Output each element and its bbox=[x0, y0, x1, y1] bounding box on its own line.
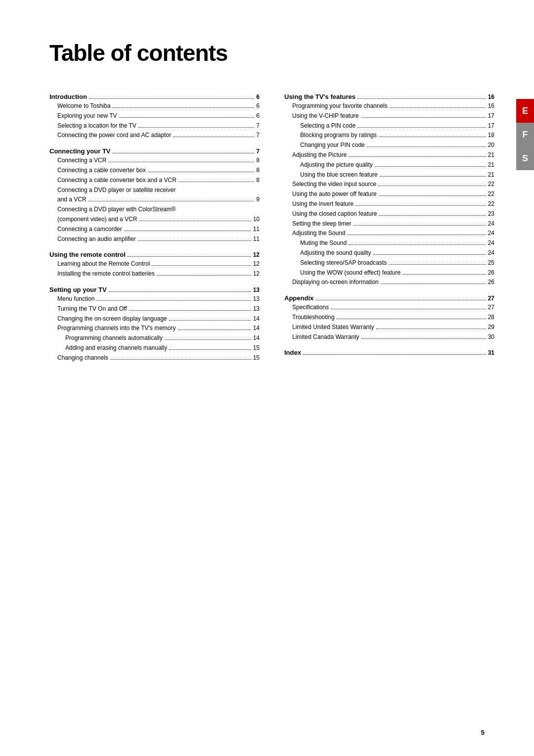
toc-page-number: 13 bbox=[253, 304, 260, 314]
toc-dots bbox=[389, 264, 486, 265]
toc-page-number: 26 bbox=[488, 268, 494, 278]
toc-entry-label: Using the closed caption feature bbox=[292, 209, 377, 219]
toc-entry-label: Learning about the Remote Control bbox=[57, 259, 150, 269]
toc-entry-label: Programming channels into the TV's memor… bbox=[57, 324, 176, 333]
toc-dots bbox=[361, 338, 486, 339]
toc-columns: Introduction6Welcome to Toshiba6Explorin… bbox=[49, 86, 494, 363]
page-number: 5 bbox=[481, 729, 485, 736]
toc-dots bbox=[110, 359, 251, 360]
toc-entry-label: Changing your PIN code bbox=[300, 141, 365, 150]
toc-page-number: 8 bbox=[256, 176, 260, 186]
toc-entry-label: Blocking programs by ratings bbox=[300, 131, 377, 141]
toc-entry-label: Adjusting the Picture bbox=[292, 150, 347, 160]
toc-entry: Connecting a cable converter box8 bbox=[49, 166, 260, 176]
page: Table of contents Introduction6Welcome t… bbox=[0, 0, 534, 756]
toc-dots bbox=[379, 137, 486, 137]
toc-entry-label: Programming channels automatically bbox=[65, 333, 163, 343]
toc-entry: Programming channels automatically14 bbox=[49, 333, 260, 343]
toc-entry-label: Selecting stereo/SAP broadcasts bbox=[300, 258, 387, 268]
toc-dots bbox=[139, 221, 251, 221]
toc-entry: Using the closed caption feature23 bbox=[284, 209, 494, 219]
toc-header-label: Setting up your TV bbox=[49, 286, 107, 293]
toc-dots bbox=[315, 300, 486, 300]
toc-entry: Programming channels into the TV's memor… bbox=[49, 324, 260, 333]
toc-dots bbox=[169, 349, 251, 350]
toc-entry-label: Displaying on-screen information bbox=[292, 278, 379, 287]
toc-entry: Connecting the power cord and AC adaptor… bbox=[49, 131, 260, 141]
toc-entry-label: Exploring your new TV bbox=[57, 111, 117, 121]
toc-entry: Blocking programs by ratings18 bbox=[284, 131, 494, 141]
toc-entry-label: Using the auto power off feature bbox=[292, 189, 377, 199]
toc-dots bbox=[349, 156, 486, 157]
toc-page-number: 12 bbox=[253, 259, 260, 269]
toc-entry-label: Connecting a DVD player with ColorStream… bbox=[57, 205, 176, 215]
toc-dots bbox=[169, 320, 251, 321]
toc-entry-label: Selecting a PIN code bbox=[300, 121, 356, 131]
toc-entry-label: Connecting a camcorder bbox=[57, 225, 122, 235]
toc-entry-label: Turning the TV On and Off bbox=[57, 304, 127, 314]
toc-entry: Using the V-CHIP feature17 bbox=[284, 111, 494, 121]
toc-dots bbox=[402, 274, 486, 275]
toc-entry: Selecting stereo/SAP broadcasts25 bbox=[284, 258, 494, 268]
toc-page-number: 31 bbox=[488, 349, 494, 356]
toc-entry-label: Connecting the power cord and AC adaptor bbox=[57, 131, 171, 141]
toc-dots bbox=[148, 172, 255, 172]
toc-entry: Using the WOW (sound effect) feature26 bbox=[284, 268, 494, 278]
toc-entry: Adjusting the Picture21 bbox=[284, 150, 494, 160]
toc-entry: Connecting an audio amplifier11 bbox=[49, 235, 260, 244]
toc-dots bbox=[113, 107, 255, 108]
toc-page-number: 18 bbox=[488, 131, 494, 141]
toc-dots bbox=[138, 240, 251, 241]
toc-page-number: 24 bbox=[488, 238, 494, 248]
toc-entry: Adding and erasing channels manually15 bbox=[49, 343, 260, 353]
toc-entry-label: Changing channels bbox=[57, 353, 108, 363]
toc-section-header: Connecting your TV7 bbox=[49, 147, 260, 155]
toc-dots bbox=[357, 127, 486, 128]
toc-page-number: 8 bbox=[256, 166, 260, 176]
toc-page-number: 8 bbox=[256, 156, 260, 166]
toc-page-number: 24 bbox=[488, 248, 494, 258]
toc-entry: Adjusting the picture quality21 bbox=[284, 160, 494, 170]
toc-page-number: 20 bbox=[488, 141, 494, 150]
toc-section-header: Appendix27 bbox=[284, 294, 494, 302]
toc-page-number: 22 bbox=[488, 189, 494, 199]
toc-entry-label: Adjusting the picture quality bbox=[300, 160, 373, 170]
toc-entry-label: Using the WOW (sound effect) feature bbox=[300, 268, 400, 278]
toc-dots bbox=[347, 235, 486, 235]
toc-header-label: Appendix bbox=[284, 294, 313, 302]
toc-page-number: 15 bbox=[253, 343, 260, 353]
toc-dots bbox=[129, 310, 251, 311]
sidebar-tab-s[interactable]: S bbox=[516, 146, 534, 170]
toc-entry: Selecting a PIN code17 bbox=[284, 121, 494, 131]
toc-page-number: 14 bbox=[253, 324, 260, 333]
toc-entry-label: Connecting an audio amplifier bbox=[57, 235, 136, 244]
toc-page-number: 24 bbox=[488, 229, 494, 238]
toc-entry: Changing your PIN code20 bbox=[284, 141, 494, 150]
toc-dots bbox=[138, 127, 254, 128]
toc-dots bbox=[367, 146, 486, 147]
toc-dots bbox=[356, 205, 486, 206]
toc-entry: and a VCR9 bbox=[49, 195, 260, 205]
toc-dots bbox=[379, 215, 486, 216]
toc-dots bbox=[89, 98, 254, 99]
toc-dots bbox=[173, 137, 254, 137]
toc-section-header: Index31 bbox=[284, 349, 494, 356]
toc-entry: Menu function13 bbox=[49, 294, 260, 304]
toc-page-number: 21 bbox=[488, 170, 494, 180]
toc-entry-label: Selecting the video input source bbox=[292, 180, 376, 189]
toc-dots bbox=[108, 162, 254, 162]
toc-page-number: 16 bbox=[488, 94, 494, 100]
sidebar-tab-f[interactable]: F bbox=[516, 123, 534, 146]
toc-page-number: 28 bbox=[488, 313, 494, 323]
sidebar-tab-e[interactable]: E bbox=[516, 99, 534, 123]
toc-dots bbox=[303, 354, 486, 355]
toc-dots bbox=[349, 244, 486, 245]
toc-entry-label: and a VCR bbox=[57, 195, 87, 205]
toc-page-number: 12 bbox=[253, 251, 260, 258]
toc-entry-label: Adding and erasing channels manually bbox=[65, 343, 167, 353]
toc-page-number: 15 bbox=[253, 353, 260, 363]
toc-page-number: 7 bbox=[256, 148, 260, 155]
toc-page-number: 23 bbox=[488, 209, 494, 219]
toc-entry: Muting the Sound24 bbox=[284, 238, 494, 248]
toc-entry: Changing the on-screen display language1… bbox=[49, 314, 260, 324]
